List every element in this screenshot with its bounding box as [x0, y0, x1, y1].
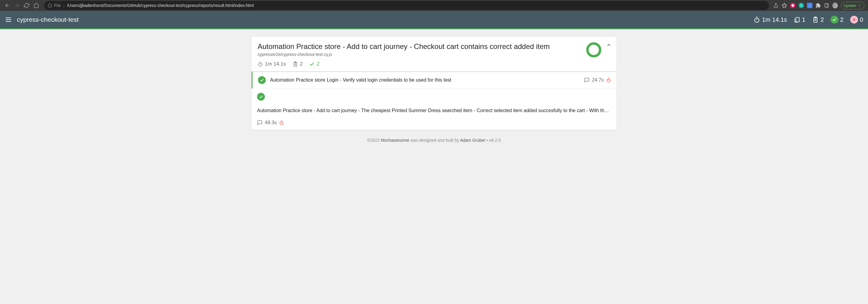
url-path: /Users/jjbadenhorst/Documents/GitHub/cyp… — [67, 3, 254, 8]
panel-icon[interactable] — [824, 3, 829, 8]
check-icon — [309, 61, 315, 67]
suite-duration: 1m 14.1s — [258, 61, 286, 67]
suite-passed: 2 — [309, 61, 319, 67]
test-row[interactable]: Automation Practice store Login - Verify… — [252, 71, 616, 89]
test-row[interactable]: Automation Practice store - Add to cart … — [252, 89, 616, 130]
share-icon[interactable] — [773, 3, 779, 8]
bookmark-star-icon[interactable] — [782, 3, 787, 8]
test-duration: 24.7s — [592, 78, 604, 83]
pass-badge-icon — [257, 93, 265, 101]
app-title: cypress-checkout-test — [17, 16, 753, 23]
back-button[interactable] — [4, 2, 11, 9]
svg-marker-3 — [782, 3, 787, 7]
browser-toolbar: File | /Users/jjbadenhorst/Documents/Git… — [0, 0, 868, 11]
header-tests[interactable]: 2 — [812, 16, 824, 23]
test-title: Automation Practice store Login - Verify… — [270, 78, 580, 83]
timer-icon — [606, 78, 611, 83]
fail-badge-icon — [850, 16, 858, 24]
home-button[interactable] — [33, 2, 40, 9]
footer-author: Adam Gruber — [460, 138, 485, 143]
svg-point-9 — [859, 6, 860, 7]
menu-button[interactable] — [5, 16, 12, 23]
suites-icon — [794, 16, 800, 23]
timer-icon — [258, 61, 263, 67]
app-header: cypress-checkout-test 1m 14.1s 1 2 2 0 — [0, 11, 868, 28]
reload-button[interactable] — [23, 2, 30, 9]
translate-icon[interactable]: ☆ — [807, 3, 812, 8]
header-suites[interactable]: 1 — [794, 16, 805, 23]
svg-point-8 — [859, 5, 860, 6]
pass-badge-icon — [831, 16, 838, 24]
timer-icon — [279, 120, 284, 125]
comment-icon — [257, 120, 262, 125]
suite-tests: 2 — [293, 61, 303, 67]
svg-rect-16 — [796, 18, 799, 22]
footer: ©2022 Mochawesome was designed and built… — [252, 130, 616, 151]
suite-chart-icon — [586, 42, 601, 57]
extension-icon-2[interactable]: G — [799, 3, 804, 8]
addr-divider: | — [63, 3, 65, 8]
suite-title: Automation Practice store - Add to cart … — [258, 42, 610, 51]
clipboard-icon — [812, 16, 819, 23]
test-duration: 49.3s — [265, 120, 277, 125]
extensions-puzzle-icon[interactable] — [815, 3, 821, 8]
svg-rect-5 — [825, 4, 829, 7]
comment-icon — [584, 78, 590, 83]
address-bar[interactable]: File | /Users/jjbadenhorst/Documents/Git… — [44, 1, 769, 10]
svg-point-4 — [792, 4, 794, 7]
update-button[interactable]: Update — [841, 2, 864, 9]
clipboard-icon — [293, 61, 298, 67]
site-info-icon[interactable]: File — [48, 3, 61, 8]
extension-icon-1[interactable] — [790, 3, 796, 8]
pass-badge-icon — [258, 76, 266, 84]
profile-avatar[interactable] — [832, 3, 838, 8]
collapse-caret-icon[interactable] — [606, 42, 612, 48]
forward-button[interactable] — [13, 2, 21, 9]
footer-product: Mochawesome — [381, 138, 409, 143]
test-title: Automation Practice store - Add to cart … — [257, 108, 611, 113]
suite-file-path: cypress/e2e/cypress-checkout-test.cy.js — [258, 52, 610, 57]
svg-point-7 — [859, 4, 860, 4]
file-scheme-label: File — [54, 3, 61, 8]
header-failed[interactable]: 0 — [850, 16, 863, 24]
suite-header[interactable]: Automation Practice store - Add to cart … — [252, 37, 616, 71]
timer-icon — [753, 16, 760, 23]
suite-card: Automation Practice store - Add to cart … — [252, 37, 616, 130]
header-passed[interactable]: 2 — [831, 16, 843, 24]
header-duration: 1m 14.1s — [753, 16, 787, 23]
